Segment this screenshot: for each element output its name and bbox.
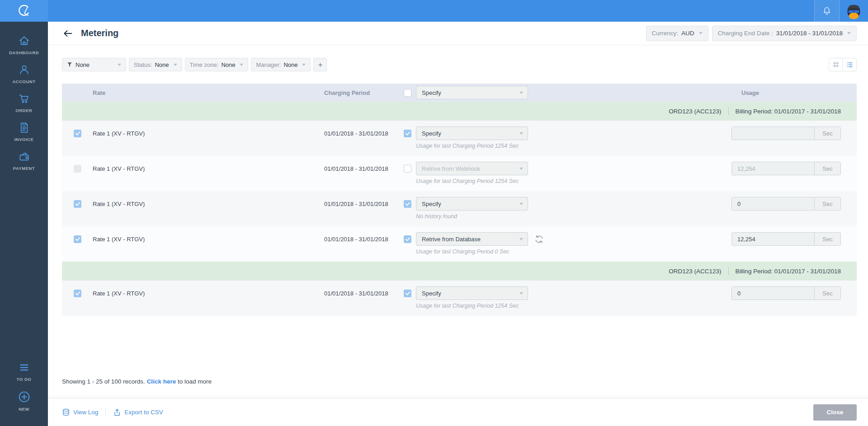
sidebar-item-label: PAYMENT	[13, 166, 35, 171]
method-checkbox[interactable]	[404, 235, 411, 243]
charging-period-value: 01/01/2018 - 31/01/2018	[324, 130, 404, 137]
sidebar-item-account[interactable]: ACCOUNT	[0, 60, 48, 89]
sidebar-item-payment[interactable]: PAYMENT	[0, 146, 48, 175]
view-log-button[interactable]: View Log	[62, 408, 98, 417]
usage-unit: Sec	[814, 287, 840, 300]
method-value: Retrive from Webhook	[422, 165, 480, 172]
group-order-id: ORD123 (ACC123)	[669, 108, 721, 115]
records-summary: Showing 1 - 25 of 100 records. Click her…	[62, 378, 212, 385]
rate-name: Rate 1 (XV - RTGV)	[93, 236, 324, 243]
back-arrow-icon	[62, 28, 73, 39]
filter-row: None Status: None Time zone: None Manage…	[62, 58, 857, 71]
usage-hint: Usage for last Charging Period 0 Sec	[416, 248, 841, 255]
usage-input[interactable]	[732, 162, 814, 175]
page-title: Metering	[81, 28, 118, 38]
sidebar: DASHBOARD ACCOUNT ORDER INVOICE PAYMENT …	[0, 22, 48, 426]
group-header: ORD123 (ACC123) Billing Period: 01/01/20…	[62, 102, 857, 121]
charging-end-date-label: Charging End Date :	[718, 30, 773, 37]
group-billing-period: Billing Period: 01/01/2017 - 31/01/2018	[736, 268, 841, 275]
sidebar-item-order[interactable]: ORDER	[0, 89, 48, 117]
sidebar-item-dashboard[interactable]: DASHBOARD	[0, 31, 48, 60]
timezone-value: None	[221, 61, 235, 68]
bell-icon	[822, 6, 832, 16]
manager-value: None	[283, 61, 297, 68]
manager-dropdown[interactable]: Manager: None	[251, 58, 311, 71]
sidebar-item-todo[interactable]: TO DO	[0, 357, 48, 386]
header-method-dropdown[interactable]: Specify	[416, 86, 528, 99]
add-filter-button[interactable]: +	[313, 58, 327, 71]
sidebar-item-label: TO DO	[17, 377, 31, 382]
rate-name: Rate 1 (XV - RTGV)	[93, 165, 324, 172]
sidebar-item-label: DASHBOARD	[9, 50, 39, 55]
status-dropdown[interactable]: Status: None	[129, 58, 182, 71]
charging-period-value: 01/01/2018 - 31/01/2018	[324, 290, 404, 297]
method-value: Retrive from Database	[422, 236, 481, 243]
refresh-icon	[534, 234, 544, 244]
row-checkbox[interactable]	[74, 235, 81, 243]
log-icon	[62, 408, 70, 417]
row-checkbox[interactable]	[74, 290, 81, 297]
menu-icon	[18, 361, 30, 374]
sidebar-item-label: INVOICE	[14, 137, 34, 142]
method-dropdown[interactable]: Specify	[416, 126, 528, 140]
user-avatar[interactable]	[845, 3, 862, 19]
usage-unit: Sec	[814, 127, 840, 140]
usage-input[interactable]	[732, 233, 814, 245]
column-header-rate: Rate	[93, 89, 324, 96]
usage-hint: Usage for last Charging Period 1254 Sec	[416, 143, 841, 149]
chevron-down-icon	[519, 203, 523, 205]
group-divider	[728, 267, 729, 275]
table-row: Rate 1 (XV - RTGV) 01/01/2018 - 31/01/20…	[62, 156, 857, 191]
chevron-down-icon	[240, 64, 243, 66]
list-view-button[interactable]	[843, 58, 856, 71]
currency-dropdown[interactable]: Currency: AUD	[646, 26, 708, 41]
manager-label: Manager:	[256, 61, 281, 68]
chevron-down-icon	[519, 238, 523, 240]
method-dropdown[interactable]: Specify	[416, 286, 528, 300]
export-csv-button[interactable]: Export to CSV	[113, 408, 163, 417]
status-label: Status:	[134, 61, 152, 68]
table-header-row: Rate Charging Period Specify Usage	[62, 84, 857, 102]
method-checkbox[interactable]	[404, 165, 411, 173]
sidebar-item-invoice[interactable]: INVOICE	[0, 117, 48, 146]
method-value: Specify	[422, 201, 441, 207]
method-dropdown[interactable]: Specify	[416, 197, 528, 211]
method-checkbox[interactable]	[404, 290, 411, 297]
row-checkbox[interactable]	[74, 130, 81, 137]
brand-logo[interactable]	[0, 0, 48, 22]
grid-view-button[interactable]	[829, 58, 843, 71]
usage-input[interactable]	[732, 197, 814, 210]
back-button[interactable]	[62, 28, 74, 39]
charging-end-date-dropdown[interactable]: Charging End Date : 31/01/2018 - 31/01/2…	[712, 26, 857, 41]
chevron-down-icon	[847, 32, 851, 34]
view-toggle-group	[829, 58, 857, 71]
row-checkbox[interactable]	[74, 165, 81, 173]
refresh-button[interactable]	[534, 234, 544, 244]
filter-dropdown[interactable]: None	[62, 58, 126, 71]
method-dropdown[interactable]: Retrive from Database	[416, 232, 528, 246]
charging-period-value: 01/01/2018 - 31/01/2018	[324, 236, 404, 243]
charging-period-value: 01/01/2018 - 31/01/2018	[324, 201, 404, 207]
usage-unit: Sec	[814, 197, 840, 210]
chevron-down-icon	[302, 64, 306, 66]
close-button[interactable]: Close	[813, 404, 857, 421]
select-all-checkbox[interactable]	[404, 89, 411, 97]
usage-hint: Usage for last Charging Period 1254 Sec	[416, 303, 841, 309]
usage-hint: No history found	[416, 213, 841, 220]
list-view-icon	[846, 61, 854, 69]
notifications-button[interactable]	[814, 0, 840, 22]
method-checkbox[interactable]	[404, 130, 411, 137]
filter-value: None	[75, 61, 90, 68]
column-header-usage: Usage	[731, 89, 841, 96]
usage-input[interactable]	[732, 287, 814, 300]
timezone-dropdown[interactable]: Time zone: None	[185, 58, 249, 71]
status-value: None	[155, 61, 169, 68]
table-row: Rate 1 (XV - RTGV) 01/01/2018 - 31/01/20…	[62, 121, 857, 156]
load-more-link[interactable]: Click here	[147, 378, 176, 385]
method-checkbox[interactable]	[404, 200, 411, 208]
row-checkbox[interactable]	[74, 200, 81, 208]
usage-input[interactable]	[732, 127, 814, 140]
method-dropdown[interactable]: Retrive from Webhook	[416, 162, 528, 175]
cart-icon	[18, 93, 30, 105]
sidebar-item-new[interactable]: NEW	[0, 386, 48, 416]
